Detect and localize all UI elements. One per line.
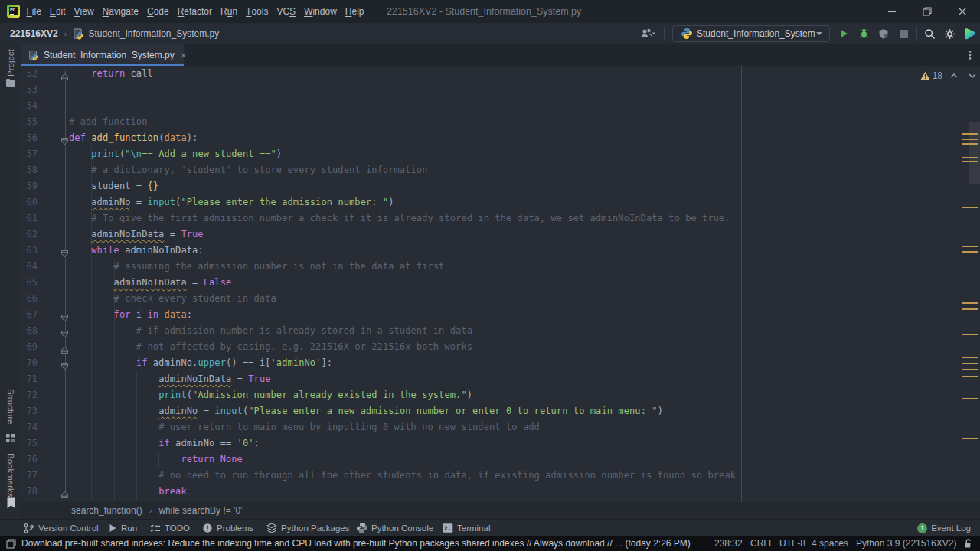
git-branch-icon bbox=[23, 523, 34, 534]
line-number: 58 bbox=[21, 162, 38, 178]
next-warning-icon[interactable] bbox=[968, 71, 977, 80]
tab-close-icon[interactable]: × bbox=[181, 50, 187, 61]
menu-edit[interactable]: Edit bbox=[45, 0, 70, 23]
fold-end-marker[interactable] bbox=[60, 70, 69, 84]
warning-stripe-mark[interactable] bbox=[962, 308, 978, 310]
menu-window[interactable]: Window bbox=[300, 0, 341, 23]
scrollbar-thumb[interactable] bbox=[969, 122, 980, 184]
status-interpreter[interactable]: Python 3.9 (221516XV2) bbox=[856, 536, 956, 551]
run-button[interactable] bbox=[834, 23, 854, 44]
notification-window-icon[interactable] bbox=[6, 539, 16, 549]
code-with-me-button[interactable] bbox=[635, 23, 660, 44]
breadcrumb-statement[interactable]: while searchBy != '0' bbox=[158, 505, 242, 516]
settings-button[interactable] bbox=[939, 23, 959, 44]
bookmark-icon[interactable] bbox=[6, 497, 16, 509]
inspections-widget[interactable]: 18 bbox=[920, 69, 977, 83]
minimize-icon bbox=[887, 7, 897, 16]
left-tool-stripe: Project Structure Bookmarks bbox=[0, 44, 21, 519]
warning-stripe-mark[interactable] bbox=[962, 157, 978, 158]
tool-button-structure[interactable]: Structure bbox=[6, 389, 15, 432]
warning-stripe-mark[interactable] bbox=[962, 246, 978, 247]
warning-stripe-mark[interactable] bbox=[962, 357, 978, 358]
folder-icon[interactable] bbox=[5, 78, 16, 88]
restore-icon bbox=[923, 7, 932, 16]
tool-button-terminal[interactable]: Terminal bbox=[443, 520, 490, 536]
fold-start-marker[interactable] bbox=[60, 135, 69, 148]
structure-icon[interactable] bbox=[6, 433, 16, 443]
tool-button-version-control[interactable]: Version Control bbox=[23, 520, 99, 536]
fold-end-marker[interactable] bbox=[60, 344, 69, 357]
fold-start-marker[interactable] bbox=[60, 360, 69, 373]
menu-tools[interactable]: Tools bbox=[242, 0, 273, 23]
warning-stripe-mark[interactable] bbox=[962, 369, 978, 370]
search-everywhere-button[interactable] bbox=[920, 23, 939, 44]
tool-button-python-packages[interactable]: Python Packages bbox=[266, 520, 350, 536]
warning-stripe-mark[interactable] bbox=[962, 139, 978, 140]
tool-button-bookmarks[interactable]: Bookmarks bbox=[6, 453, 15, 497]
warning-stripe-mark[interactable] bbox=[962, 302, 978, 304]
event-log-label: Event Log bbox=[931, 523, 971, 533]
warning-stripe-mark[interactable] bbox=[962, 161, 978, 162]
line-number: 53 bbox=[21, 82, 38, 98]
ide-logo-button[interactable] bbox=[959, 23, 979, 44]
warning-stripe-mark[interactable] bbox=[962, 143, 978, 145]
warning-stripe-mark[interactable] bbox=[962, 251, 978, 253]
line-number: 52 bbox=[21, 66, 38, 82]
python-file-icon bbox=[73, 28, 84, 40]
close-icon bbox=[958, 7, 967, 16]
status-caret-position[interactable]: 238:32 bbox=[714, 536, 743, 551]
close-button[interactable] bbox=[945, 0, 980, 23]
status-encoding[interactable]: UTF-8 bbox=[779, 536, 805, 551]
status-indent[interactable]: 4 spaces bbox=[812, 536, 848, 551]
tool-button-todo[interactable]: TODO bbox=[150, 520, 190, 536]
fold-end-marker[interactable] bbox=[60, 488, 69, 502]
minimize-button[interactable] bbox=[874, 0, 910, 23]
run-with-coverage-button[interactable] bbox=[874, 23, 893, 44]
tool-button-problems[interactable]: Problems bbox=[202, 520, 254, 536]
run-configuration-select[interactable]: Student_Information_System bbox=[672, 25, 830, 42]
warning-stripe-mark[interactable] bbox=[962, 207, 978, 208]
menu-file[interactable]: File bbox=[22, 0, 45, 23]
tab-student-information-system[interactable]: Student_Information_System.py × bbox=[21, 44, 184, 66]
warning-stripe-mark[interactable] bbox=[962, 363, 978, 364]
tool-button-run[interactable]: Run bbox=[108, 520, 137, 536]
editor-tab-bar: Student_Information_System.py × bbox=[21, 44, 980, 66]
debug-bug-icon bbox=[858, 28, 870, 40]
warning-triangle-icon bbox=[920, 71, 930, 80]
code-line-52: return call bbox=[69, 66, 153, 82]
warning-stripe-mark[interactable] bbox=[962, 133, 978, 135]
python-console-icon bbox=[357, 523, 368, 533]
warning-stripe-mark[interactable] bbox=[962, 376, 978, 377]
tab-options-kebab-icon[interactable] bbox=[965, 50, 975, 60]
line-number: 73 bbox=[21, 403, 38, 419]
tool-button-event-log[interactable]: 1 Event Log bbox=[917, 520, 971, 536]
search-icon bbox=[924, 28, 936, 40]
menu-help[interactable]: Help bbox=[341, 0, 368, 23]
menu-run[interactable]: Run bbox=[217, 0, 242, 23]
warning-stripe-mark[interactable] bbox=[962, 438, 978, 439]
menu-refactor[interactable]: Refactor bbox=[173, 0, 216, 23]
breadcrumb-function[interactable]: search_function() bbox=[71, 505, 142, 516]
breadcrumb-project[interactable]: 221516XV2 bbox=[10, 28, 58, 39]
fold-start-marker[interactable] bbox=[60, 311, 69, 325]
menu-code[interactable]: Code bbox=[142, 0, 173, 23]
stop-button[interactable] bbox=[893, 23, 913, 44]
menu-vcs[interactable]: VCS bbox=[273, 0, 300, 23]
warning-stripe-mark[interactable] bbox=[962, 334, 978, 335]
breadcrumb-file[interactable]: Student_Information_System.py bbox=[88, 28, 219, 39]
coverage-icon bbox=[878, 28, 890, 40]
fold-start-marker[interactable] bbox=[60, 328, 69, 341]
warning-stripe-mark[interactable] bbox=[962, 398, 978, 399]
status-line-separator[interactable]: CRLF bbox=[750, 536, 774, 551]
fold-start-marker[interactable] bbox=[60, 247, 69, 261]
menu-navigate[interactable]: Navigate bbox=[98, 0, 142, 23]
prev-warning-icon[interactable] bbox=[949, 71, 959, 80]
tool-button-project[interactable]: Project bbox=[6, 44, 15, 77]
unlocked-lock-icon[interactable] bbox=[963, 538, 974, 549]
menu-view[interactable]: View bbox=[70, 0, 98, 23]
restore-button[interactable] bbox=[910, 0, 945, 23]
debug-button[interactable] bbox=[854, 23, 874, 44]
code-editor[interactable]: 5253545556575859606162636465666768697071… bbox=[21, 66, 980, 502]
tool-button-python-console[interactable]: Python Console bbox=[357, 520, 433, 536]
status-notification[interactable]: Download pre-built shared indexes: Reduc… bbox=[21, 536, 691, 551]
